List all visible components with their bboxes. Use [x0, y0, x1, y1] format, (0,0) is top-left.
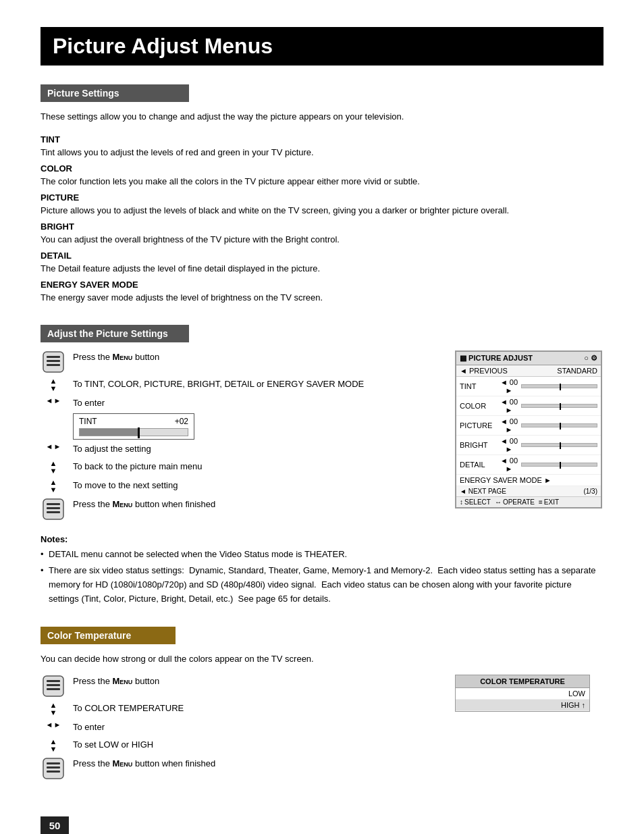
- pa-row-tint: TINT ◄ 00 ►: [456, 377, 601, 396]
- color-temp-menu-box: COLOR TEMPERATURE LOW HIGH ↑: [455, 675, 603, 784]
- pa-footer-select-icon: ↕: [460, 498, 463, 506]
- pa-row-picture: PICTURE ◄ 00 ►: [456, 416, 601, 436]
- ct-instr-text-updown1: To COLOR TEMPERATURE: [73, 702, 435, 715]
- pa-footer-exit-label: EXIT: [544, 498, 559, 506]
- note-item-2: There are six video status settings: Dyn…: [41, 564, 603, 606]
- pa-row-color: COLOR ◄ 00 ►: [456, 396, 601, 416]
- instr-row-updown1: ▲ ▼ To TINT, COLOR, PICTURE, BRIGHT, DET…: [41, 377, 435, 392]
- settings-energy: ENERGY SAVER MODE The energy saver mode …: [41, 278, 603, 305]
- pa-slider-picture: [521, 423, 597, 427]
- pa-energy-label: ENERGY SAVER MODE ►: [460, 476, 552, 484]
- bright-desc: You can adjust the overall brightness of…: [41, 234, 340, 244]
- color-temp-content: Press the Menu button ▲▼ To COLOR TEMPER…: [41, 675, 603, 784]
- pa-row-bright: BRIGHT ◄ 00 ►: [456, 436, 601, 455]
- pa-slider-tint: [521, 384, 597, 388]
- tint-box-value: +02: [175, 417, 188, 426]
- notes-section: Notes: DETAIL menu cannot be selected wh…: [41, 534, 603, 606]
- svg-rect-7: [47, 511, 60, 513]
- pa-slider-handle-color: [560, 403, 561, 410]
- arrow-updown3: ▲▼: [41, 479, 66, 494]
- pa-page-count: (1/3): [583, 488, 597, 495]
- ct-instr-text-lr1: To enter: [73, 721, 435, 734]
- tint-desc: Tint allows you to adjust the levels of …: [41, 147, 314, 157]
- ct-instr-updown2: ▲▼ To set LOW or HIGH: [41, 738, 435, 753]
- pa-val-color: ◄ 00 ►: [499, 398, 519, 414]
- pa-slider-color: [521, 404, 597, 408]
- pa-val-picture: ◄ 00 ►: [499, 417, 519, 434]
- settings-tint: TINT Tint allows you to adjust the level…: [41, 133, 603, 159]
- ct-instr-text-menu1: Press the Menu button: [73, 675, 435, 688]
- color-temp-header: Color Temperature: [41, 627, 176, 644]
- svg-rect-1: [47, 356, 60, 358]
- ct-instr-menu2: Press the Menu button when finished: [41, 757, 435, 780]
- pa-footer-select: ↕ SELECT: [460, 498, 491, 506]
- pa-title-row: ▩ PICTURE ADJUST ○ ⚙: [456, 352, 601, 365]
- page-title: Picture Adjust Menus: [41, 27, 603, 66]
- picture-desc: Picture allows you to adjust the levels …: [41, 205, 509, 215]
- instr-text-menu1: Press the Menu button: [73, 350, 435, 364]
- page-number: 50: [41, 816, 69, 834]
- ct-option-low: LOW: [456, 688, 589, 700]
- instr-text-lr2: To adjust the setting: [73, 442, 435, 456]
- menu-button-icon2: [41, 498, 66, 521]
- pa-prev: ◄ PREVIOUS: [460, 367, 508, 375]
- instr-text-lr1: To enter: [73, 396, 435, 410]
- picture-settings-intro: These settings allow you to change and a…: [41, 110, 603, 124]
- svg-rect-9: [47, 680, 60, 682]
- color-temp-intro: You can decide how strong or dull the co…: [41, 652, 603, 666]
- tint-slider-fill: [80, 429, 139, 436]
- tint-box-label: TINT: [79, 417, 97, 426]
- color-temp-instructions: Press the Menu button ▲▼ To COLOR TEMPER…: [41, 675, 435, 784]
- pa-subtitle-row: ◄ PREVIOUS STANDARD: [456, 365, 601, 377]
- pa-val-detail: ◄ 00 ►: [499, 457, 519, 473]
- instr-text-updown2: To back to the picture main menu: [73, 460, 435, 473]
- menu-button-icon: [41, 350, 66, 373]
- bright-label: BRIGHT: [41, 221, 74, 232]
- energy-label: ENERGY SAVER MODE: [41, 280, 138, 290]
- pa-footer-select-label: SELECT: [464, 498, 491, 506]
- tint-box-header: TINT +02: [79, 417, 188, 426]
- pa-label-detail: DETAIL: [460, 461, 497, 469]
- pa-footer-row: ↕ SELECT ↔ OPERATE ≡ EXIT: [456, 497, 601, 507]
- svg-rect-11: [47, 688, 60, 690]
- ct-arrow-updown1: ▲▼: [41, 702, 66, 716]
- arrow-lr1: ◄►: [41, 396, 66, 405]
- instr-row-menu2: Press the Menu button when finished: [41, 498, 435, 521]
- ct-arrow-updown2: ▲▼: [41, 738, 66, 753]
- instr-row-updown2: ▲▼ To back to the picture main menu: [41, 460, 435, 475]
- pa-val-bright: ◄ 00 ►: [499, 437, 519, 453]
- color-temp-box: COLOR TEMPERATURE LOW HIGH ↑: [455, 675, 590, 712]
- instr-text-menu2: Press the Menu button when finished: [73, 498, 435, 511]
- svg-rect-2: [47, 360, 60, 362]
- instr-row-lr1: ◄► To enter: [41, 396, 435, 410]
- ct-instr-text-updown2: To set LOW or HIGH: [73, 738, 435, 752]
- settings-list: TINT Tint allows you to adjust the level…: [41, 133, 603, 305]
- pa-label-color: COLOR: [460, 402, 497, 410]
- tint-slider-handle: [138, 427, 140, 438]
- pa-slider-handle-detail: [560, 462, 561, 469]
- picture-adjust-menu-box: ▩ PICTURE ADJUST ○ ⚙ ◄ PREVIOUS STANDARD…: [455, 350, 603, 525]
- color-label: COLOR: [41, 163, 72, 174]
- pa-label-picture: PICTURE: [460, 421, 497, 429]
- pa-next-page: ◄ NEXT PAGE: [460, 488, 506, 495]
- pa-icon-gear: ⚙: [591, 354, 597, 363]
- svg-rect-10: [47, 684, 60, 686]
- settings-color: COLOR The color function lets you make a…: [41, 162, 603, 188]
- svg-rect-14: [47, 766, 60, 768]
- notes-title: Notes:: [41, 534, 603, 544]
- adjust-instructions: Press the Menu button ▲ ▼ To TINT, COLOR…: [41, 350, 435, 525]
- picture-settings-section: Picture Settings These settings allow yo…: [41, 84, 603, 305]
- pa-label-bright: BRIGHT: [460, 441, 497, 449]
- pa-row-energy: ENERGY SAVER MODE ►: [456, 475, 601, 486]
- tint-slider-track: [79, 428, 188, 436]
- settings-picture: PICTURE Picture allows you to adjust the…: [41, 191, 603, 217]
- svg-rect-6: [47, 507, 60, 509]
- arrow-lr2: ◄►: [41, 442, 66, 451]
- menu-button-icon4: [41, 757, 66, 780]
- pa-footer-exit-icon: ≡: [539, 498, 543, 506]
- pa-label-tint: TINT: [460, 382, 497, 390]
- ct-instr-text-menu2: Press the Menu button when finished: [73, 757, 435, 771]
- ct-arrow-lr1: ◄►: [41, 721, 66, 729]
- adjust-content: Press the Menu button ▲ ▼ To TINT, COLOR…: [41, 350, 603, 525]
- energy-desc: The energy saver mode adjusts the level …: [41, 292, 323, 303]
